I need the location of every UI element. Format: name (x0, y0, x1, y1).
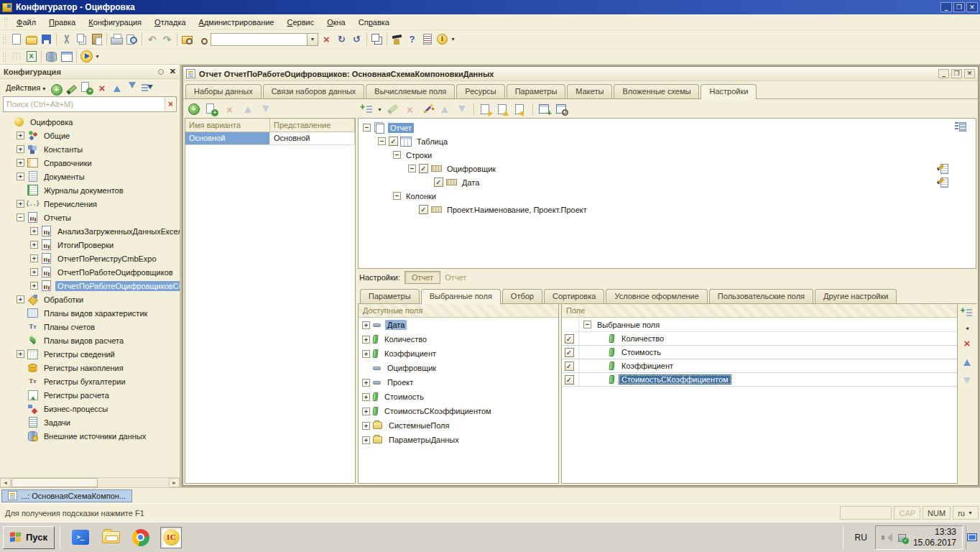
field-checkbox[interactable]: ✓ (565, 348, 574, 357)
metadata-tree-item[interactable]: +Обработки (0, 293, 180, 306)
tree-expander-icon[interactable]: + (17, 132, 24, 139)
add-icon[interactable] (49, 83, 64, 97)
available-field-row[interactable]: +Дата (359, 318, 558, 332)
move-down-icon[interactable] (960, 374, 975, 387)
tree-expander-icon[interactable]: + (362, 379, 370, 387)
usb-icon[interactable] (897, 533, 907, 543)
delete-item-icon[interactable] (402, 103, 417, 116)
scroll-left-icon[interactable]: ◄ (0, 478, 11, 487)
selected-fields-group-row[interactable]: −Выбранные поля (562, 318, 957, 332)
field-checkbox[interactable]: ✓ (565, 375, 574, 385)
copy-icon[interactable] (74, 32, 89, 46)
tree-expander-icon[interactable]: + (17, 295, 24, 303)
tree-expander-icon[interactable]: + (362, 336, 370, 344)
metadata-tree-item[interactable]: +Константы (0, 142, 180, 156)
tree-expander-icon[interactable]: + (17, 145, 24, 153)
taskbar-language[interactable]: RU (849, 533, 874, 543)
tree-expander-icon[interactable]: + (362, 393, 370, 401)
variant-row[interactable]: ОсновнойОсновной (185, 132, 355, 145)
menu-item-3[interactable]: Отладка (148, 16, 193, 29)
help-index-icon[interactable] (405, 32, 420, 46)
clear-search-icon[interactable]: × (165, 97, 176, 111)
exchange-table-icon[interactable] (59, 50, 74, 63)
open-window-tab[interactable]: ...: ОсновнаяСхемаКомпон... (1, 489, 132, 502)
start-button[interactable]: Пуск (3, 526, 55, 549)
minimize-button[interactable]: _ (940, 2, 952, 12)
cut-icon[interactable] (59, 32, 74, 46)
move-down-icon[interactable] (124, 79, 139, 93)
nav-back-icon[interactable] (349, 32, 364, 46)
metadata-tree-item[interactable]: −Отчеты (0, 211, 180, 224)
schema-tab-1[interactable]: Связи наборов данных (263, 84, 365, 98)
tree-expander-icon[interactable]: + (362, 321, 370, 329)
quick-launch-chrome[interactable] (130, 527, 152, 548)
table-add-icon[interactable] (537, 103, 553, 116)
add-copy-icon[interactable] (204, 103, 219, 116)
metadata-tree-item[interactable]: +Регистры сведений (0, 347, 180, 361)
scroll-thumb[interactable] (11, 478, 98, 487)
find-in-metadata-icon[interactable] (180, 32, 195, 46)
template-icon[interactable] (420, 32, 435, 46)
menu-item-7[interactable]: Справка (352, 16, 396, 29)
metadata-tree-item[interactable]: Журналы документов (0, 183, 180, 197)
tree-expander-icon[interactable]: + (17, 350, 24, 358)
variant-cell[interactable]: Основной (270, 132, 355, 144)
menu-item-5[interactable]: Сервис (280, 16, 320, 29)
structure-tree-item[interactable]: −✓Оцифровщик (359, 162, 976, 175)
delete-field-icon[interactable] (960, 336, 975, 350)
selected-field-row[interactable]: ✓СтоимостьСКоэффициентом (562, 373, 957, 387)
schema-tab-2[interactable]: Вычисляемые поля (366, 84, 455, 98)
metadata-tree-item[interactable]: Оцифровка (0, 115, 180, 129)
metadata-tree-item[interactable]: +ОтчетПоРаботеОцифровщиков (0, 265, 180, 279)
open-file-icon[interactable] (24, 32, 39, 46)
tree-expander-icon[interactable]: − (583, 321, 591, 328)
metadata-tree-item[interactable]: Регистры накопления (0, 361, 180, 374)
structure-tree-item[interactable]: −✓Таблица (359, 134, 976, 148)
load-settings-icon[interactable] (479, 103, 494, 116)
add-icon[interactable] (186, 103, 201, 116)
tree-expander-icon[interactable]: + (30, 282, 38, 290)
pin-icon[interactable] (158, 69, 164, 75)
settings-tab-4[interactable]: Условное оформление (606, 289, 707, 303)
appearance-icon[interactable] (937, 177, 948, 188)
metadata-tree-item[interactable]: +Общие (0, 129, 180, 142)
tree-expander-icon[interactable]: − (17, 213, 24, 221)
move-up-icon[interactable] (109, 82, 124, 96)
available-field-row[interactable]: +СистемныеПоля (359, 418, 558, 433)
child-restore-button[interactable]: ❐ (951, 69, 962, 78)
item-checkbox[interactable]: ✓ (419, 164, 428, 173)
available-field-row[interactable]: +ПараметрыДанных (359, 433, 558, 447)
actions-menu-button[interactable]: Действия ▾ (3, 82, 47, 93)
metadata-tree-item[interactable]: +Перечисления (0, 197, 180, 211)
quick-search-input[interactable] (211, 34, 307, 45)
tree-expander-icon[interactable]: + (17, 200, 24, 208)
tree-expander-icon[interactable]: − (378, 137, 386, 145)
item-checkbox[interactable]: ✓ (434, 178, 443, 187)
structure-tree-item[interactable]: −Отчет (359, 121, 976, 134)
move-up-icon[interactable] (437, 103, 452, 116)
config-structure-icon[interactable] (9, 50, 24, 63)
move-up-icon[interactable] (960, 355, 975, 369)
selected-field-row[interactable]: ✓Количество (562, 332, 957, 346)
tree-expander-icon[interactable]: + (362, 350, 370, 358)
add-item-icon[interactable] (359, 103, 374, 116)
scroll-track[interactable] (98, 478, 169, 487)
menu-item-0[interactable]: Файл (10, 16, 42, 29)
metadata-tree-item[interactable]: +Документы (0, 170, 180, 183)
paste-icon[interactable] (89, 32, 104, 46)
tree-expander-icon[interactable]: − (393, 151, 401, 159)
sort-icon[interactable] (139, 81, 154, 95)
selected-field-row[interactable]: ✓Коэффициент (562, 359, 957, 373)
run-icon[interactable] (79, 50, 94, 63)
scroll-right-icon[interactable]: ► (169, 478, 180, 487)
available-field-row[interactable]: +Проект (359, 375, 558, 390)
settings-tab-0[interactable]: Параметры (360, 289, 420, 303)
horizontal-scrollbar[interactable]: ◄ ► (0, 477, 180, 487)
field-checkbox[interactable]: ✓ (565, 334, 574, 344)
metadata-tree-item[interactable]: Регистры расчета (0, 388, 180, 402)
metadata-tree-item[interactable]: +ИтогиПроверки (0, 238, 180, 252)
available-field-row[interactable]: +Количество (359, 332, 558, 346)
restore-button[interactable]: ❐ (953, 2, 965, 12)
info-icon[interactable] (435, 32, 450, 46)
tree-expander-icon[interactable]: + (30, 227, 38, 235)
